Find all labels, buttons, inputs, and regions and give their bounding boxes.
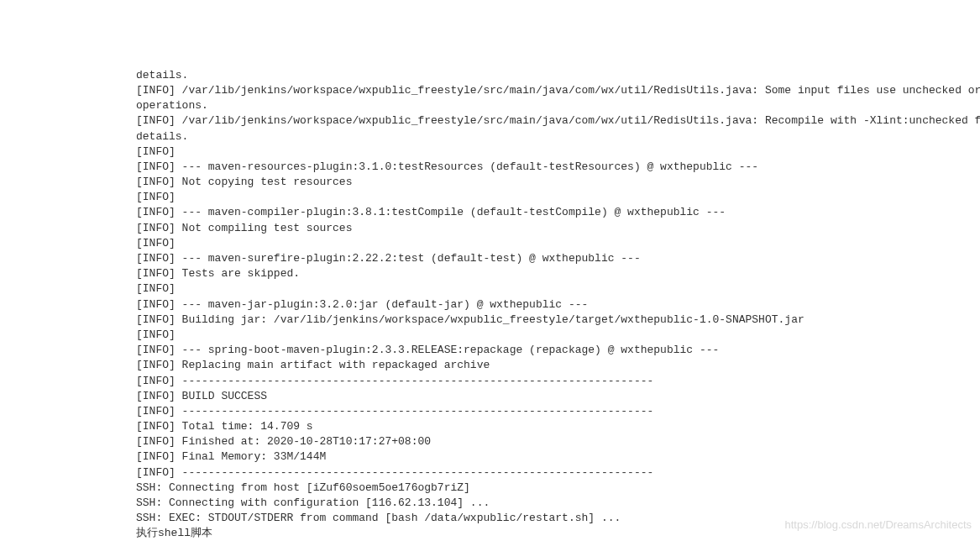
console-line: [INFO] Tests are skipped. <box>136 266 980 281</box>
console-line: details. <box>136 68 980 83</box>
console-line: [INFO] /var/lib/jenkins/workspace/wxpubl… <box>136 113 980 129</box>
console-line: [INFO] --- maven-resources-plugin:3.1.0:… <box>136 160 980 175</box>
console-line: [INFO] /var/lib/jenkins/workspace/wxpubl… <box>136 83 980 98</box>
console-line: [INFO] <box>136 144 980 160</box>
console-line: operations. <box>136 98 980 113</box>
console-line: [INFO] <box>136 190 980 205</box>
console-line: details. <box>136 129 980 144</box>
console-line: SSH: Connecting from host [iZuf60soem5oe… <box>136 481 980 496</box>
console-line: [INFO] Replacing main artifact with repa… <box>136 358 980 373</box>
console-line: [INFO] --- spring-boot-maven-plugin:2.3.… <box>136 343 980 358</box>
console-line: [INFO] BUILD SUCCESS <box>136 389 980 404</box>
console-line: SSH: Connecting with configuration [116.… <box>136 496 980 511</box>
console-line: [INFO] Final Memory: 33M/144M <box>136 449 980 465</box>
console-line: [INFO] Not compiling test sources <box>136 221 980 236</box>
console-line: [INFO] ---------------------------------… <box>136 465 980 481</box>
console-line: [INFO] Finished at: 2020-10-28T10:17:27+… <box>136 434 980 449</box>
console-line: [INFO] Total time: 14.709 s <box>136 419 980 434</box>
console-line: [INFO] Not copying test resources <box>136 175 980 190</box>
console-line: [INFO] ---------------------------------… <box>136 404 980 419</box>
console-line: [INFO] --- maven-surefire-plugin:2.22.2:… <box>136 251 980 266</box>
console-line: [INFO] --- maven-jar-plugin:3.2.0:jar (d… <box>136 297 980 313</box>
console-line: [INFO] <box>136 281 980 297</box>
watermark-text: https://blog.csdn.net/DreamsArchitects <box>784 517 972 533</box>
console-line: [INFO] Building jar: /var/lib/jenkins/wo… <box>136 313 980 328</box>
console-line: [INFO] <box>136 328 980 343</box>
console-line: [INFO] <box>136 236 980 251</box>
console-line: [INFO] ---------------------------------… <box>136 374 980 389</box>
console-output: details.[INFO] /var/lib/jenkins/workspac… <box>136 68 980 541</box>
console-line: [INFO] --- maven-compiler-plugin:3.8.1:t… <box>136 205 980 220</box>
